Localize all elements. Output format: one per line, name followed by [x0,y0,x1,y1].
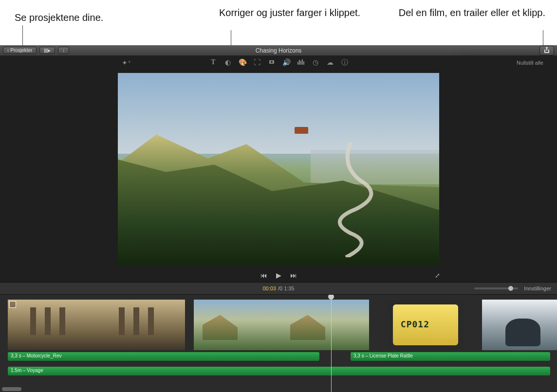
clip-4[interactable] [482,300,557,350]
playback-controls: ⏮ ▶ ⏭ ⤢ [0,268,557,282]
projects-back-label: Prosjekter [10,48,32,53]
svg-rect-10 [300,61,301,65]
audio-clip-1[interactable]: 3,3 s – Motorcycle_Rev [8,352,319,361]
auto-enhance-icon[interactable]: ✦⁺ [122,59,131,67]
crop-icon[interactable]: ⛶ [253,58,261,67]
cable-car [295,127,308,134]
svg-point-7 [271,61,273,63]
prev-button[interactable]: ⏮ [260,271,267,279]
svg-rect-11 [302,59,303,65]
timeline-settings-button[interactable]: Innstillinger [524,285,551,291]
share-icon [544,47,550,54]
callout-color: Korriger og juster farger i klippet. [219,7,390,45]
callout-share: Del en film, en trailer eller et klipp. [390,7,547,45]
projects-back-button[interactable]: ‹ Prosjekter [3,47,37,54]
equalizer-icon[interactable] [297,58,305,67]
play-button[interactable]: ▶ [276,271,281,279]
color-balance-icon[interactable]: ◐ [224,58,232,67]
fullscreen-button[interactable]: ⤢ [435,272,440,279]
clip-1[interactable] [8,300,185,350]
download-icon: ↓ [62,48,65,53]
svg-rect-9 [299,60,300,65]
imovie-window: ‹ Prosjekter ▤▸ ↓ Chasing Horizons ★ [0,45,557,392]
horizontal-scrollbar[interactable] [2,387,21,391]
playhead[interactable] [331,295,332,392]
clip-3[interactable] [387,300,464,350]
zoom-slider[interactable] [474,287,518,289]
color-correction-icon[interactable]: 🎨 [239,58,246,67]
svg-rect-8 [297,62,298,65]
info-icon[interactable]: ⓘ [341,58,349,67]
titles-icon[interactable]: T [209,58,217,67]
clip-select-box[interactable] [9,301,16,308]
media-library-button[interactable]: ▤▸ [39,47,55,54]
share-button[interactable] [539,46,554,55]
speed-icon[interactable]: ◷ [312,58,319,67]
current-time: 00:03 [262,285,276,291]
time-bar: 00:03 / 0 1:35 Innstillinger [0,282,557,295]
video-preview[interactable] [118,73,439,265]
reset-all-button[interactable]: Nullstill alle [517,60,543,66]
timeline[interactable]: 3,3 s – Motorcycle_Rev 3,3 s – License P… [0,295,557,392]
titlebar: ‹ Prosjekter ▤▸ ↓ Chasing Horizons ★ [0,45,557,56]
adjust-toolbar: ✦⁺ T ◐ 🎨 ⛶ 🔊 ◷ ☁ ⓘ Nullstill alle [0,56,557,70]
callout-projects: Se prosjektene dine. [15,7,219,45]
library-icon: ▤▸ [44,48,51,53]
volume-icon[interactable]: 🔊 [282,58,290,67]
viewer-area: ✦⁺ T ◐ 🎨 ⛶ 🔊 ◷ ☁ ⓘ Nullstill alle [0,56,557,282]
svg-rect-12 [303,61,304,65]
total-time: 0 1:35 [279,285,295,291]
chevron-left-icon: ‹ [7,48,9,53]
next-button[interactable]: ⏭ [290,271,297,279]
audio-clip-2[interactable]: 3,3 s – License Plate Rattle [351,352,550,361]
clip-2[interactable] [194,300,369,350]
stabilize-icon[interactable] [268,58,276,67]
project-title: Chasing Horizons [256,47,302,54]
import-button[interactable]: ↓ [58,47,69,54]
filter-icon[interactable]: ☁ [326,58,334,67]
audio-clip-3[interactable]: 1.5m – Voyage [8,367,550,375]
